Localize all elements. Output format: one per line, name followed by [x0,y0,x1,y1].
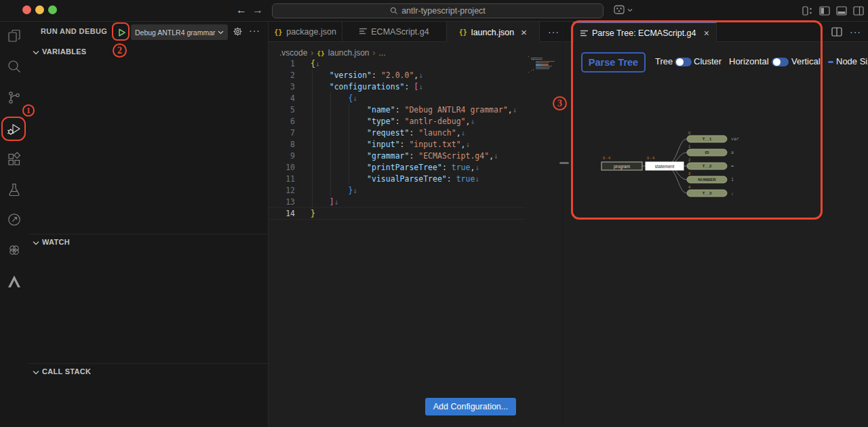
breadcrumb-separator: › [373,48,376,58]
code-line-11[interactable]: 11 "visualParseTree": true↓ [269,174,526,185]
nav-forward-button[interactable]: → [252,4,263,16]
line-content: "printParseTree": true,↓ [295,162,479,174]
line-number: 13 [269,197,295,208]
watch-section-header[interactable]: WATCH [28,235,269,249]
variables-section-header[interactable]: VARIABLES [28,44,269,59]
grammar-file-icon [359,27,367,37]
debug-settings-gear-button[interactable] [233,26,243,39]
node-size-slider[interactable] [828,61,833,63]
activity-bar-item-extensions[interactable] [6,151,22,167]
breadcrumb-folder[interactable]: .vscode [279,48,307,58]
customize-layout-button[interactable] [802,5,813,16]
chevron-down-icon [627,8,633,12]
json-file-icon: {} [274,28,282,36]
line-number: 14 [269,208,295,219]
code-line-4[interactable]: 4 {↓ [269,93,526,104]
line-number: 8 [269,139,295,150]
line-content: ]↓ [295,197,339,208]
activity-bar-item-source-control[interactable] [6,89,22,106]
split-editor-button[interactable] [831,26,842,37]
debug-configuration-dropdown[interactable]: Debug ANTLR4 grammar [131,24,228,40]
toggle-secondary-sidebar-button[interactable] [853,5,864,16]
indent-guide [349,104,349,184]
annotation-box-parse-tree-panel [571,20,823,220]
line-number: 5 [269,104,295,116]
close-window-button[interactable] [22,5,31,14]
code-line-9[interactable]: 9 "grammar": "ECMAScript.g4",↓ [269,150,526,162]
code-line-8[interactable]: 8 "input": "input.txt",↓ [269,139,526,150]
annotation-box-debug-icon [1,117,26,141]
chevron-down-icon [218,30,224,35]
title-bar: ← → antlr-typescript-project [0,0,868,22]
maximize-window-button[interactable] [48,5,57,14]
gear-icon [233,26,243,37]
profile-menu-button[interactable] [614,5,633,15]
breadcrumb-file[interactable]: launch.json [328,48,370,58]
code-line-10[interactable]: 10 "printParseTree": true,↓ [269,162,526,174]
tab-label: launch.json [471,28,514,37]
code-editor[interactable]: 1{↓2 "version": "2.0.0",↓3 "configuratio… [269,58,526,220]
breadcrumb[interactable]: .vscode › {} launch.json › ... [279,46,386,60]
variables-section-label: VARIABLES [42,47,86,56]
command-center-search[interactable]: antlr-typescript-project [272,3,604,18]
line-content: "version": "2.0.0",↓ [295,70,423,81]
call-stack-section-header[interactable]: CALL STACK [28,364,269,379]
code-line-12[interactable]: 12 }↓ [269,185,526,197]
code-line-6[interactable]: 6 "type": "antlr-debug",↓ [269,116,526,127]
tab-package.json[interactable]: {}package.json [269,22,342,42]
breadcrumb-symbol[interactable]: ... [379,48,386,58]
minimize-window-button[interactable] [35,5,44,14]
code-line-1[interactable]: 1{↓ [269,58,526,70]
breadcrumb-separator: › [311,48,313,58]
code-line-2[interactable]: 2 "version": "2.0.0",↓ [269,70,526,81]
line-number: 6 [269,116,295,127]
code-line-7[interactable]: 7 "request": "launch",↓ [269,127,526,139]
sash-handle[interactable] [559,162,569,164]
chevron-down-icon [33,236,39,248]
debug-configuration-value: Debug ANTLR4 grammar [135,28,218,37]
remote-window-icon [614,5,625,15]
code-line-14[interactable]: 14} [269,207,526,220]
circle-arrow-icon [6,211,22,228]
line-content: "name": "Debug ANTLR4 grammar",↓ [295,104,517,116]
tab-label: package.json [286,27,336,37]
add-configuration-button[interactable]: Add Configuration... [425,398,516,415]
annotation-digit-3: 3 [553,96,567,110]
line-number: 4 [269,93,295,104]
code-line-3[interactable]: 3 "configurations": [↓ [269,81,526,93]
activity-bar-item-run-circle[interactable] [6,211,22,228]
activity-bar-item-testing[interactable] [6,182,22,198]
activity-bar-item-search[interactable] [6,58,22,75]
activity-bar-item-explorer[interactable] [6,28,22,44]
nav-back-button[interactable]: ← [236,4,247,16]
explorer-icon [6,28,22,44]
line-content: {↓ [295,93,357,104]
line-number: 3 [269,81,295,93]
json-file-icon: {} [459,28,467,36]
line-content: {↓ [295,58,320,70]
code-line-13[interactable]: 13 ]↓ [269,197,526,208]
tab-ECMAScript.g4[interactable]: ECMAScript.g4 [342,22,447,42]
close-tab-icon[interactable]: × [521,26,527,39]
line-number: 7 [269,127,295,139]
toggle-panel-button[interactable] [836,5,847,16]
annotation-box-play-button [112,22,130,41]
sidebar-more-actions-button[interactable]: ··· [249,25,260,36]
run-and-debug-sidebar: RUN AND DEBUG Debug ANTLR4 grammar ··· V… [28,22,269,427]
indent-guide [312,69,313,207]
line-number: 2 [269,70,295,81]
panel-more-actions-button[interactable]: ··· [850,26,861,37]
tab-label: ECMAScript.g4 [371,27,429,37]
editor-more-actions-button[interactable]: ··· [548,26,559,37]
activity-bar-item-antlr[interactable] [6,273,22,289]
code-line-5[interactable]: 5 "name": "Debug ANTLR4 grammar",↓ [269,104,526,116]
search-text: antlr-typescript-project [401,6,486,16]
minimap[interactable] [528,56,555,73]
toggle-sidebar-button[interactable] [819,5,830,16]
annotation-digit-2: 2 [113,43,127,58]
line-content: "visualParseTree": true↓ [295,174,479,185]
indent-guide [330,92,331,196]
line-content: } [295,208,315,219]
tab-launch.json[interactable]: {}launch.json× [447,22,540,43]
activity-bar-item-clover-extension[interactable] [6,242,22,258]
